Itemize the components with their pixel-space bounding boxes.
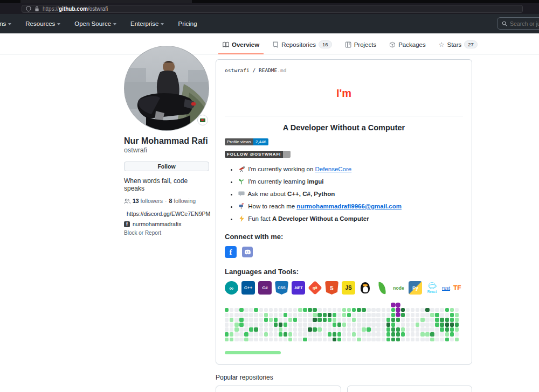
arduino-icon[interactable]: ∞	[225, 281, 238, 295]
tools-label: Languages and Tools:	[225, 268, 463, 276]
contribution-cell	[367, 327, 370, 331]
javascript-icon[interactable]: JS	[342, 281, 355, 295]
contribution-cell	[244, 313, 248, 317]
nav-item-open-source[interactable]: Open Source	[74, 20, 116, 27]
python-icon[interactable]: Py	[409, 281, 422, 295]
contribution-cell	[249, 313, 253, 317]
contribution-cell	[244, 318, 248, 321]
contribution-cell	[367, 308, 370, 312]
contribution-cell	[337, 327, 341, 331]
popular-repositories-title: Popular repositories	[216, 374, 472, 381]
linux-icon[interactable]	[358, 281, 372, 295]
tab-repositories[interactable]: Repositories 16	[268, 35, 336, 54]
tab-packages[interactable]: Packages	[385, 35, 430, 54]
contribution-cell	[391, 308, 395, 312]
book-icon	[223, 41, 229, 48]
contribution-cell	[401, 318, 405, 321]
contribution-cell	[445, 318, 449, 321]
nav-item-enterprise[interactable]: Enterprise	[130, 20, 164, 27]
contribution-cell	[274, 323, 278, 326]
csharp-icon[interactable]: C#	[258, 281, 272, 295]
contribution-cell	[362, 327, 365, 331]
contribution-cell	[230, 323, 233, 326]
facebook-link[interactable]: nurmohammadrafix	[133, 221, 181, 227]
contribution-cell	[342, 303, 346, 307]
tab-projects[interactable]: Projects	[341, 35, 381, 54]
lock-icon	[34, 6, 39, 12]
contribution-cell	[401, 338, 405, 341]
discord-social-icon[interactable]	[242, 247, 253, 257]
follow-badge[interactable]: FOLLOW @OSTWRAFI	[225, 151, 291, 158]
project-icon	[345, 41, 351, 48]
nodejs-icon[interactable]: node	[392, 281, 405, 295]
contribution-cell	[249, 332, 253, 336]
avatar[interactable]	[124, 46, 209, 131]
block-or-report-link[interactable]: Block or Report	[124, 230, 209, 236]
contribution-cell	[406, 327, 410, 331]
contribution-cell	[455, 332, 459, 336]
search-input[interactable]	[510, 20, 539, 27]
facebook-row: f nurmohammadrafix	[124, 221, 209, 227]
url-text[interactable]: https://github.com/ostwrafi	[43, 6, 108, 12]
contribution-cell	[225, 308, 229, 312]
tab-overview[interactable]: Overview	[218, 35, 264, 54]
readme-path[interactable]: ostwrafi / README.md	[225, 67, 463, 73]
following-link[interactable]: 8 following	[169, 198, 196, 204]
contribution-cell	[342, 327, 346, 331]
html5-icon[interactable]: 5	[325, 281, 338, 295]
readme-card: ostwrafi / README.md I'm A Developer Wit…	[216, 59, 472, 365]
cplusplus-icon[interactable]: C++	[241, 281, 255, 295]
tensorflow-icon[interactable]: TF	[453, 281, 461, 295]
tab-stars[interactable]: ☆ Stars 27	[434, 35, 482, 54]
contribution-cell	[323, 327, 327, 331]
contribution-cell	[420, 303, 424, 307]
contribution-cell	[333, 323, 336, 326]
contribution-cell	[367, 323, 370, 326]
contribution-cell	[269, 318, 273, 321]
contribution-cell	[416, 318, 419, 321]
contribution-cell	[234, 332, 238, 336]
contribution-cell	[333, 303, 336, 307]
dotnet-icon[interactable]: .NET	[292, 281, 305, 295]
views-count: 2,446	[253, 138, 268, 145]
speech-balloon-icon	[238, 191, 245, 198]
contribution-cell	[342, 318, 346, 321]
followers-link[interactable]: 13 followers	[133, 198, 163, 204]
facebook-social-icon[interactable]: f	[225, 246, 237, 258]
contribution-cell	[274, 327, 278, 331]
rust-icon[interactable]: rust	[442, 281, 450, 295]
contribution-cell	[435, 327, 439, 331]
follow-button[interactable]: Follow	[124, 162, 209, 171]
contribution-cell	[425, 323, 429, 326]
nav-item-resources[interactable]: Resources	[25, 20, 60, 27]
css3-icon[interactable]: CSS	[275, 281, 288, 295]
contribution-cell	[288, 318, 292, 321]
repo-card: DM-Spmmer-Bot Public Python ☆2 1	[216, 386, 341, 392]
contribution-cell	[230, 318, 233, 321]
nav-item-solutions[interactable]: Solutions	[0, 20, 11, 27]
git-icon[interactable]: git	[308, 281, 322, 295]
website-link[interactable]: https://discord.gg/EWCe7EN9PM	[127, 211, 210, 217]
contribution-cell	[284, 327, 287, 331]
status-emoji-badge[interactable]	[197, 115, 208, 125]
contribution-cell	[264, 338, 268, 341]
defensecore-link[interactable]: DefenseCore	[315, 166, 351, 172]
contribution-cell	[323, 323, 327, 326]
react-icon[interactable]: React	[425, 281, 439, 295]
nav-item-pricing[interactable]: Pricing	[178, 20, 197, 27]
mongodb-icon[interactable]	[375, 281, 389, 295]
contribution-cell	[230, 303, 233, 307]
contribution-cell	[288, 327, 292, 331]
global-search-box[interactable]	[497, 17, 539, 30]
contribution-cell	[249, 323, 253, 326]
contribution-cell	[435, 313, 439, 317]
contribution-cell	[425, 303, 429, 307]
email-link[interactable]: nurmohammadrafi9966@gmail.com	[296, 203, 402, 209]
contribution-cell	[225, 327, 229, 331]
contribution-cell	[323, 303, 327, 307]
contribution-cell	[445, 338, 449, 341]
contribution-cell	[234, 313, 238, 317]
address-bar[interactable]: https://github.com/ostwrafi	[22, 5, 523, 13]
contribution-cell	[396, 323, 400, 326]
contribution-cell	[371, 318, 375, 321]
